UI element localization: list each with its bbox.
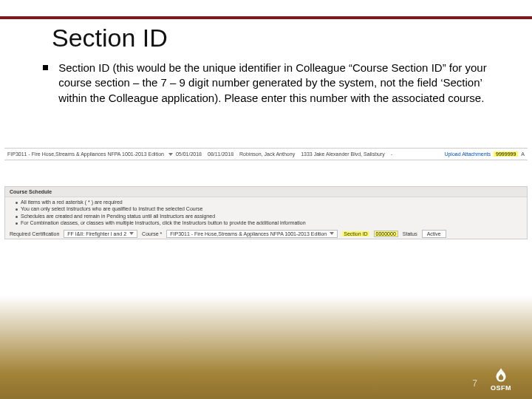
footer-gradient <box>0 296 532 399</box>
bullet-icon <box>16 216 18 218</box>
note-line: All items with a red asterisk ( * ) are … <box>21 200 123 205</box>
body-paragraph: Section ID (this would be the unique ide… <box>43 61 494 106</box>
note-line: For Combination classes, or classes with… <box>21 220 306 225</box>
instructor-name: Robinson, Jack Anthony <box>236 151 298 157</box>
panel-notes: All items with a red asterisk ( * ) are … <box>5 197 527 228</box>
page-number: 7 <box>472 378 477 389</box>
flame-icon <box>491 366 511 386</box>
osfm-logo: OSFM <box>483 366 519 393</box>
upload-link[interactable]: Upload Attachments <box>441 151 494 157</box>
accent-bar <box>0 16 532 19</box>
chevron-down-icon <box>129 232 134 235</box>
screenshot-row-1: FIP3011 - Fire Hose,Streams & Appliances… <box>4 148 528 160</box>
body-text: Section ID (this would be the unique ide… <box>58 61 487 106</box>
course-select[interactable]: FIP3011 - Fire Hose,Streams & Appliances… <box>166 230 338 238</box>
logo-text: OSFM <box>491 384 511 392</box>
bullet-icon <box>16 208 18 211</box>
bullet-icon <box>43 65 48 70</box>
status-label: Status <box>403 231 417 236</box>
status-value: Active <box>422 230 446 238</box>
screenshot-panel-2: Course Schedule All items with a red ast… <box>4 186 528 239</box>
cert-select[interactable]: FF I&II: Firefighter I and 2 <box>64 230 137 238</box>
section-id-field[interactable]: 0000000 <box>374 231 398 237</box>
form-row: Required Certification FF I&II: Firefigh… <box>5 228 527 239</box>
start-date: 05/01/2018 <box>173 151 205 157</box>
course-label: Course * <box>142 231 162 236</box>
section-id-highlight: 9999999 <box>494 151 518 157</box>
location: 1333 Jake Alexander Blvd, Salisbury <box>298 151 388 157</box>
note-line: You can only select Instructors who are … <box>21 206 202 211</box>
bullet-icon <box>16 202 18 204</box>
course-name: FIP3011 - Fire Hose,Streams & Appliances… <box>4 151 167 157</box>
cert-label: Required Certification <box>10 231 59 236</box>
slide-title: Section ID <box>52 24 168 52</box>
bullet-icon <box>16 222 18 225</box>
note-line: Schedules are created and remain in Pend… <box>21 214 215 219</box>
panel-header: Course Schedule <box>5 187 527 197</box>
end-date: 08/11/2018 <box>205 151 236 157</box>
section-id-label: Section ID <box>342 231 369 236</box>
chevron-down-icon <box>330 232 334 235</box>
